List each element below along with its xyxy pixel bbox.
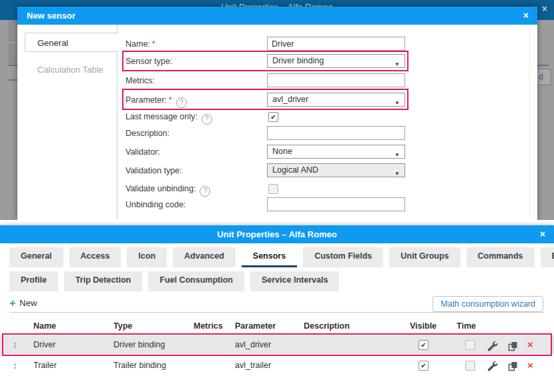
validate-unbinding-checkbox[interactable] (268, 184, 278, 194)
unbinding-code-input[interactable] (267, 197, 405, 211)
visible-checkbox[interactable]: ✔ (419, 340, 429, 350)
select-value: avl_driver (272, 95, 308, 104)
help-icon[interactable]: ? (200, 186, 210, 197)
metrics-input[interactable] (267, 73, 405, 87)
copy-icon[interactable] (508, 360, 518, 377)
column-header-description: Description (304, 321, 350, 331)
chevron-down-icon: ▼ (394, 167, 400, 180)
tab-advanced[interactable]: Advanced (173, 247, 236, 267)
math-consumption-wizard-button[interactable]: Math consumption wizard (433, 296, 543, 312)
column-header-name: Name (33, 321, 56, 331)
unbinding-code-field-label: Unbinding code: (125, 200, 186, 209)
visible-checkbox-wrap: ✔ (419, 335, 429, 354)
tab-icon[interactable]: Icon (127, 247, 167, 267)
parameter-select[interactable]: avl_driver ▼ (267, 93, 405, 107)
column-header-parameter: Parameter (235, 321, 276, 331)
label-text: Validation type: (125, 166, 182, 175)
tab-eco-driving[interactable]: Eco Driving (541, 247, 554, 267)
background-separator-fragment (537, 65, 549, 66)
label-text: Unbinding code: (125, 200, 186, 209)
chevron-down-icon: ▼ (394, 97, 400, 109)
time-checkbox-wrap (465, 357, 475, 374)
drag-handle-icon[interactable]: ↕ (13, 335, 17, 354)
name-field-label: Name:* (125, 39, 156, 49)
description-input[interactable] (267, 126, 405, 140)
chevron-down-icon: ▼ (394, 58, 400, 71)
delete-icon[interactable]: × (527, 357, 533, 374)
tab-fuel-consumption[interactable]: Fuel Consumption (148, 271, 244, 291)
label-text: Validator: (125, 147, 160, 157)
background-separator-fragment (9, 79, 17, 81)
new-sensor-button[interactable]: +New (9, 297, 37, 309)
sidebar-item-calculation-table[interactable]: Calculation Table (25, 59, 118, 79)
new-sensor-dialog-header: New sensor × (17, 7, 537, 25)
help-icon[interactable]: ? (176, 97, 187, 108)
tab-custom-fields[interactable]: Custom Fields (303, 247, 383, 267)
background-wizard-button-fragment: d (537, 69, 551, 85)
required-asterisk: * (169, 95, 172, 105)
last-message-only-checkbox[interactable]: ✔ (268, 112, 278, 122)
content-edge-line (529, 25, 530, 220)
last-message-only-field-label: Last message only:? (125, 112, 212, 125)
help-icon[interactable]: ? (202, 114, 212, 125)
copy-icon[interactable] (508, 339, 518, 358)
row-name: Trailer (33, 357, 57, 374)
name-input[interactable] (267, 37, 405, 51)
validation-type-select[interactable]: Logical AND ▼ (267, 163, 405, 177)
label-text: Metrics: (125, 76, 155, 85)
column-header-type: Type (113, 321, 132, 331)
chevron-down-icon: ▼ (394, 149, 400, 161)
row-parameter: avl_trailer (235, 357, 271, 374)
sidebar-divider (117, 25, 117, 220)
row-type: Driver binding (113, 335, 165, 354)
tab-profile[interactable]: Profile (9, 271, 58, 291)
sensors-table-header: Name Type Metrics Parameter Description … (0, 321, 554, 332)
column-header-metrics: Metrics (194, 321, 223, 331)
tab-commands[interactable]: Commands (467, 247, 535, 267)
delete-icon[interactable]: × (527, 335, 533, 354)
close-icon[interactable]: × (542, 3, 547, 14)
label-text: Name: (125, 39, 150, 49)
time-checkbox-wrap (465, 335, 475, 354)
new-sensor-dialog: New sensor × General Calculation Table N… (17, 7, 537, 220)
row-parameter: avl_driver (235, 335, 271, 354)
parameter-field-label: Parameter:*? (125, 95, 187, 108)
tab-service-intervals[interactable]: Service Intervals (250, 271, 339, 291)
time-checkbox[interactable] (465, 361, 475, 371)
select-value: None (272, 147, 292, 156)
top-scene: Unit Properties – Alfa Romeo × d New sen… (0, 0, 554, 220)
table-row-driver[interactable]: ↕ Driver Driver binding avl_driver ✔ × (0, 335, 554, 354)
close-icon[interactable]: × (523, 11, 529, 20)
validate-unbinding-field-label: Validate unbinding:? (125, 184, 210, 197)
validator-select[interactable]: None ▼ (267, 145, 405, 159)
sensor-type-select[interactable]: Driver binding ▼ (267, 54, 405, 68)
table-row-trailer[interactable]: ↕ Trailer Trailer binding avl_trailer ✔ … (0, 357, 554, 374)
sidebar-item-general[interactable]: General (25, 33, 118, 52)
tabs-row-1: General Access Icon Advanced Sensors Cus… (9, 247, 554, 267)
validation-type-field-label: Validation type: (125, 166, 182, 175)
label-text: Validate unbinding: (125, 184, 196, 193)
new-sensor-dialog-title: New sensor (17, 7, 537, 25)
new-sensor-dialog-body: General Calculation Table Name:* Sensor … (17, 25, 537, 220)
visible-checkbox[interactable]: ✔ (419, 361, 429, 371)
tab-sensors[interactable]: Sensors (242, 247, 297, 267)
unit-properties-dialog-header: Unit Properties – Alfa Romeo × (0, 225, 554, 243)
tab-access[interactable]: Access (69, 247, 121, 267)
tab-unit-groups[interactable]: Unit Groups (389, 247, 460, 267)
visible-checkbox-wrap: ✔ (419, 357, 429, 374)
column-header-time: Time (457, 321, 476, 331)
label-text: Sensor type: (125, 57, 172, 66)
label-text: Parameter: (125, 95, 167, 105)
edit-wrench-icon[interactable] (487, 360, 498, 377)
edit-wrench-icon[interactable] (487, 339, 498, 358)
background-separator-fragment (9, 65, 17, 66)
tab-general[interactable]: General (9, 247, 63, 267)
sensor-type-field-label: Sensor type: (125, 57, 172, 66)
description-field-label: Description: (125, 129, 170, 138)
toolbar-separator (9, 312, 543, 313)
close-icon[interactable]: × (540, 229, 545, 239)
tab-trip-detection[interactable]: Trip Detection (64, 271, 142, 291)
drag-handle-icon[interactable]: ↕ (13, 357, 17, 374)
row-name: Driver (33, 335, 55, 354)
time-checkbox[interactable] (465, 340, 475, 350)
